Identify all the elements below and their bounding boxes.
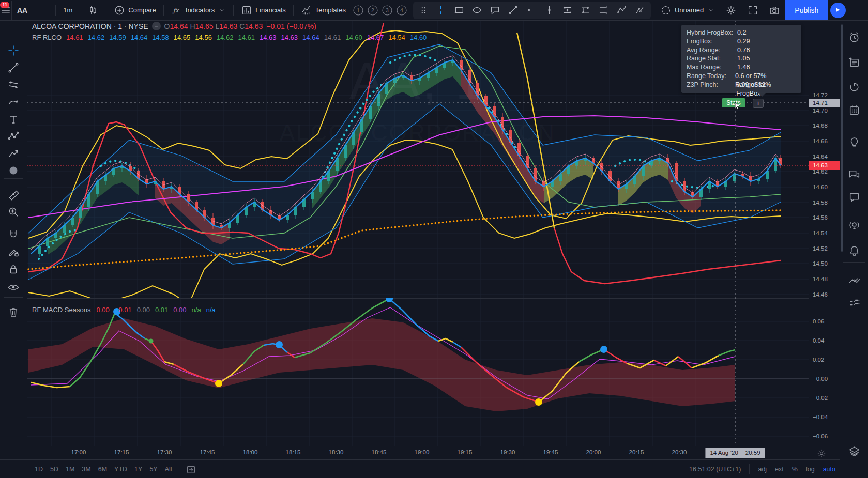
layout-number-2-button[interactable]: 2 (367, 4, 379, 17)
horizontal-lines-tool-icon[interactable] (598, 5, 609, 16)
ideas-icon[interactable] (848, 136, 861, 149)
main-menu-button[interactable]: 11 (0, 1, 12, 20)
rlco-value: 14.64 (302, 34, 319, 41)
go-to-date-icon[interactable] (186, 464, 196, 475)
trend-line-tool-icon[interactable] (508, 5, 519, 16)
brush-tools-icon[interactable] (7, 96, 20, 109)
private-chat-icon[interactable] (848, 191, 861, 204)
rlco-value: 14.58 (152, 34, 169, 41)
range-1m-button[interactable]: 1M (62, 464, 78, 475)
chart-style-button[interactable] (82, 1, 104, 20)
macd-tick: 0.06 (813, 318, 824, 326)
layout-number-4-button[interactable]: 4 (395, 4, 408, 17)
hide-all-drawings-icon[interactable] (7, 281, 20, 294)
compare-button[interactable]: Compare (109, 1, 161, 20)
chart-region[interactable]: AA, 1 ALCOA CORPORATION ALCOA CORPORATIO… (27, 20, 840, 459)
trading-platform-app: 11 AA 1m Compare ƒx Indicators Financial… (0, 0, 868, 478)
channel-alt-tool-icon[interactable] (580, 5, 591, 16)
notifications-icon[interactable] (848, 244, 861, 257)
range-5y-button[interactable]: 5Y (146, 464, 161, 475)
stay-in-drawing-mode-icon[interactable] (7, 246, 20, 258)
add-alert-plus-button[interactable]: + (753, 99, 764, 108)
layout-number-buttons: 1234 (351, 4, 409, 17)
calendar-icon[interactable] (848, 104, 861, 117)
interval-button[interactable]: 1m (58, 1, 78, 20)
crosshair-mode-icon[interactable] (7, 44, 20, 57)
log-toggle[interactable]: log (806, 466, 815, 473)
legend-symbol-title[interactable]: ALCOA CORPORATION · 1 · NYSE (32, 22, 148, 30)
replay-button[interactable] (830, 3, 846, 18)
price-tick: 14.48 (813, 275, 828, 283)
rectangle-tool-icon[interactable] (453, 5, 464, 16)
alerts-icon[interactable] (848, 31, 861, 44)
object-tree-icon[interactable] (848, 445, 861, 458)
rlco-indicator-legend[interactable]: RF RLCO 14.6114.6214.5914.6414.5814.6514… (32, 34, 428, 41)
range-1y-button[interactable]: 1Y (131, 464, 146, 475)
range-1d-button[interactable]: 1D (31, 464, 47, 475)
polyline-tool-icon[interactable] (616, 5, 627, 16)
trend-line-tools-icon[interactable] (7, 61, 20, 74)
lock-all-drawings-icon[interactable] (7, 263, 20, 275)
ellipse-tool-icon[interactable] (471, 5, 482, 16)
layout-number-1-button[interactable]: 1 (352, 4, 364, 17)
shape-tools-icon[interactable] (7, 164, 20, 177)
stats-button[interactable]: Stats (722, 98, 745, 107)
publish-button[interactable]: Publish (785, 0, 828, 20)
adj-toggle[interactable]: adj (758, 466, 767, 473)
comment-tool-icon[interactable] (490, 5, 500, 16)
financials-button[interactable]: Financials (236, 1, 291, 20)
rlco-value: 14.61 (324, 34, 341, 41)
percent-toggle[interactable]: % (792, 466, 798, 473)
macd-buy-dot (600, 346, 607, 353)
range-3m-button[interactable]: 3M (78, 464, 94, 475)
macd-indicator-legend[interactable]: RF MACD Seasons 0.00−0.010.000.010.00n/a… (32, 306, 217, 314)
fx-indicators-icon: ƒx (171, 5, 182, 16)
dom-icon[interactable] (848, 297, 861, 310)
channel-tool-icon[interactable] (562, 5, 573, 16)
compare-plus-icon (114, 5, 125, 16)
pattern-tools-icon[interactable] (7, 130, 20, 143)
streams-icon[interactable] (848, 219, 861, 232)
range-5d-button[interactable]: 5D (47, 464, 62, 475)
ext-toggle[interactable]: ext (775, 466, 784, 473)
clock-label[interactable]: 16:51:02 (UTC+1) (689, 466, 741, 473)
drawing-tools-sidebar (0, 20, 27, 459)
measure-tool-icon[interactable] (7, 189, 20, 201)
layout-select-button[interactable]: Unnamed (655, 1, 720, 20)
time-axis[interactable]: 17:0017:1517:3017:4518:0018:1518:3018:45… (27, 446, 840, 460)
forecast-tools-icon[interactable] (7, 147, 20, 160)
remove-drawings-icon[interactable] (7, 306, 20, 318)
magnet-mode-icon[interactable] (7, 229, 20, 241)
layout-number-3-button[interactable]: 3 (381, 4, 393, 17)
sidebar-scrollbar[interactable] (841, 24, 843, 252)
symbol-search-button[interactable]: AA (12, 1, 33, 20)
snapshot-button[interactable] (764, 1, 785, 20)
templates-button[interactable]: Templates (296, 1, 351, 20)
price-axis[interactable]: 14.7214.7014.6814.6614.6414.6214.6014.58… (809, 20, 840, 446)
my-ideas-icon[interactable] (848, 274, 861, 287)
public-chats-icon[interactable] (848, 168, 861, 181)
notes-icon[interactable] (848, 56, 861, 69)
legend-ohlc-values: O14.64 H14.65 L14.63 C14.63 (164, 22, 263, 30)
parallel-lines-tool-icon[interactable] (634, 5, 645, 16)
indicators-button[interactable]: ƒx Indicators (166, 1, 231, 20)
range-6m-button[interactable]: 6M (95, 464, 111, 475)
hotlists-icon[interactable] (848, 81, 861, 94)
zoom-in-tool-icon[interactable] (7, 206, 20, 218)
vertical-line-tool-icon[interactable] (544, 5, 555, 16)
crosshair-tool-icon[interactable] (435, 5, 446, 16)
rlco-value: 14.62 (88, 34, 105, 41)
range-ytd-button[interactable]: YTD (111, 464, 131, 475)
auto-scale-toggle[interactable]: auto (823, 466, 835, 473)
fullscreen-button[interactable] (742, 1, 764, 20)
drag-handle-icon[interactable] (419, 6, 428, 15)
tooltip-row: Max Range:1.46 (687, 63, 796, 72)
fib-tools-icon[interactable] (7, 79, 20, 91)
chart-settings-button[interactable] (720, 1, 742, 20)
legend-hide-icon[interactable] (152, 22, 161, 30)
horizontal-ray-tool-icon[interactable] (526, 5, 537, 16)
brightness-icon[interactable] (816, 448, 827, 458)
price-tick: 14.56 (813, 214, 828, 222)
text-tools-icon[interactable] (7, 113, 20, 126)
range-all-button[interactable]: All (161, 464, 176, 475)
